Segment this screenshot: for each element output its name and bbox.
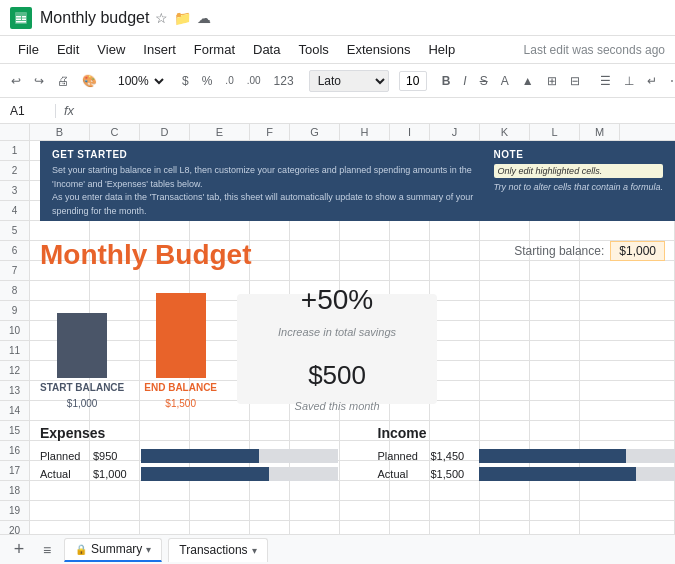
row-num-11[interactable]: 11 xyxy=(0,341,29,361)
transactions-tab-arrow: ▾ xyxy=(252,545,257,556)
row-num-4[interactable]: 4 xyxy=(0,201,29,221)
paint-format-button[interactable]: 🎨 xyxy=(77,71,102,91)
col-header-b[interactable]: B xyxy=(30,124,90,140)
align-left-button[interactable]: ☰ xyxy=(595,71,616,91)
grid-row xyxy=(30,261,675,281)
row-num-16[interactable]: 16 xyxy=(0,441,29,461)
undo-button[interactable]: ↩ xyxy=(6,71,26,91)
col-header-k[interactable]: K xyxy=(480,124,530,140)
row-num-5[interactable]: 5 xyxy=(0,221,29,241)
row-num-8[interactable]: 8 xyxy=(0,281,29,301)
format-number-button[interactable]: 123 xyxy=(269,71,299,91)
grid-row xyxy=(30,501,675,521)
last-edit-status: Last edit was seconds ago xyxy=(524,43,665,57)
title-icons: ☆ 📁 ☁ xyxy=(155,10,211,26)
star-icon[interactable]: ☆ xyxy=(155,10,168,26)
summary-tab-label: Summary xyxy=(91,542,142,556)
row-num-10[interactable]: 10 xyxy=(0,321,29,341)
grid-row xyxy=(30,161,675,181)
row-num-9[interactable]: 9 xyxy=(0,301,29,321)
grid-row xyxy=(30,521,675,534)
grid-content[interactable]: GET STARTED Set your starting balance in… xyxy=(30,141,675,534)
bottom-tabs: + ≡ 🔒 Summary ▾ Transactions ▾ xyxy=(0,534,675,564)
corner-header xyxy=(0,124,30,140)
menu-data[interactable]: Data xyxy=(245,39,288,60)
grid-row xyxy=(30,361,675,381)
menu-view[interactable]: View xyxy=(89,39,133,60)
sheet-list-button[interactable]: ≡ xyxy=(36,539,58,561)
grid-row xyxy=(30,401,675,421)
grid-row xyxy=(30,481,675,501)
col-header-j[interactable]: J xyxy=(430,124,480,140)
transactions-tab[interactable]: Transactions ▾ xyxy=(168,538,267,562)
col-header-f[interactable]: F xyxy=(250,124,290,140)
lock-icon: 🔒 xyxy=(75,544,87,555)
format-percent-button[interactable]: % xyxy=(197,71,218,91)
menu-help[interactable]: Help xyxy=(420,39,463,60)
bold-button[interactable]: B xyxy=(437,71,456,91)
cell-reference-input[interactable] xyxy=(6,104,56,118)
menu-file[interactable]: File xyxy=(10,39,47,60)
col-header-i[interactable]: I xyxy=(390,124,430,140)
grid-row xyxy=(30,181,675,201)
zoom-select[interactable]: 100% xyxy=(112,71,167,91)
row-num-7[interactable]: 7 xyxy=(0,261,29,281)
row-num-19[interactable]: 19 xyxy=(0,501,29,521)
format-decimal2-button[interactable]: .00 xyxy=(242,72,266,89)
col-header-c[interactable]: C xyxy=(90,124,140,140)
row-num-1[interactable]: 1 xyxy=(0,141,29,161)
row-num-12[interactable]: 12 xyxy=(0,361,29,381)
row-num-2[interactable]: 2 xyxy=(0,161,29,181)
text-color-button[interactable]: A xyxy=(496,71,514,91)
app-icon xyxy=(10,7,32,29)
more-button[interactable]: ⋯ xyxy=(665,71,675,91)
menu-edit[interactable]: Edit xyxy=(49,39,87,60)
summary-tab-arrow: ▾ xyxy=(146,544,151,555)
transactions-tab-label: Transactions xyxy=(179,543,247,557)
align-vert-button[interactable]: ⊥ xyxy=(619,71,639,91)
folder-icon[interactable]: 📁 xyxy=(174,10,191,26)
row-num-20[interactable]: 20 xyxy=(0,521,29,534)
col-header-g[interactable]: G xyxy=(290,124,340,140)
strikethrough-button[interactable]: S xyxy=(475,71,493,91)
row-num-15[interactable]: 15 xyxy=(0,421,29,441)
font-select[interactable]: Lato xyxy=(309,70,389,92)
borders-button[interactable]: ⊞ xyxy=(542,71,562,91)
menu-tools[interactable]: Tools xyxy=(290,39,336,60)
font-size-input[interactable] xyxy=(399,71,427,91)
add-sheet-button[interactable]: + xyxy=(8,539,30,561)
grid-row xyxy=(30,221,675,241)
col-header-l[interactable]: L xyxy=(530,124,580,140)
row-num-6[interactable]: 6 xyxy=(0,241,29,261)
row-num-13[interactable]: 13 xyxy=(0,381,29,401)
row-num-17[interactable]: 17 xyxy=(0,461,29,481)
print-button[interactable]: 🖨 xyxy=(52,71,74,91)
formula-bar: fx xyxy=(0,98,675,124)
menu-format[interactable]: Format xyxy=(186,39,243,60)
grid-row xyxy=(30,341,675,361)
redo-button[interactable]: ↪ xyxy=(29,71,49,91)
col-header-h[interactable]: H xyxy=(340,124,390,140)
format-dollar-button[interactable]: $ xyxy=(177,71,194,91)
row-num-18[interactable]: 18 xyxy=(0,481,29,501)
svg-rect-3 xyxy=(22,16,26,18)
italic-button[interactable]: I xyxy=(458,71,471,91)
row-num-3[interactable]: 3 xyxy=(0,181,29,201)
summary-tab[interactable]: 🔒 Summary ▾ xyxy=(64,538,162,562)
formula-input[interactable] xyxy=(82,104,669,118)
col-header-m[interactable]: M xyxy=(580,124,620,140)
col-header-d[interactable]: D xyxy=(140,124,190,140)
grid-row xyxy=(30,321,675,341)
toolbar: ↩ ↪ 🖨 🎨 100% $ % .0 .00 123 Lato B I S A… xyxy=(0,64,675,98)
text-wrap-button[interactable]: ↵ xyxy=(642,71,662,91)
doc-title: Monthly budget xyxy=(40,9,149,27)
fill-color-button[interactable]: ▲ xyxy=(517,71,539,91)
merge-button[interactable]: ⊟ xyxy=(565,71,585,91)
grid-row xyxy=(30,441,675,461)
grid-row xyxy=(30,461,675,481)
menu-insert[interactable]: Insert xyxy=(135,39,184,60)
row-num-14[interactable]: 14 xyxy=(0,401,29,421)
format-decimal0-button[interactable]: .0 xyxy=(220,72,238,89)
menu-extensions[interactable]: Extensions xyxy=(339,39,419,60)
col-header-e[interactable]: E xyxy=(190,124,250,140)
